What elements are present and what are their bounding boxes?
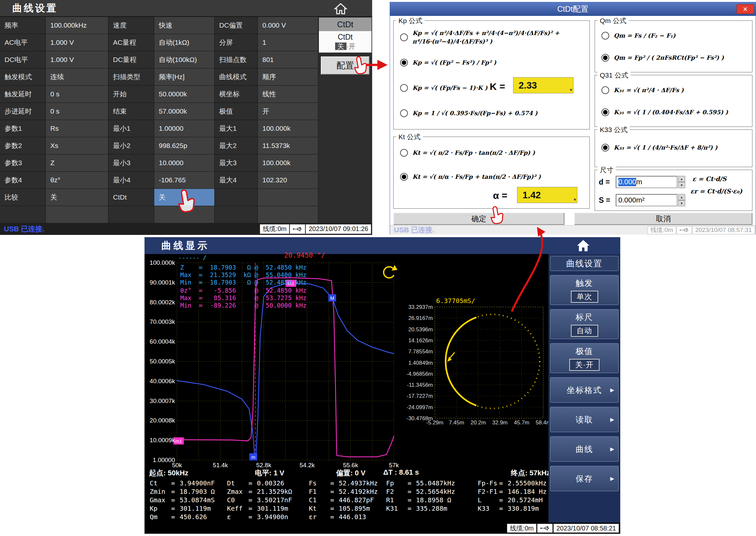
sidebar-button-curve[interactable]: 曲线► [550, 436, 619, 462]
settings-value[interactable]: 998.625p [154, 137, 214, 154]
timestamp: 2023/10/07 08:58:21 [553, 524, 619, 533]
spin-down-icon[interactable]: ▼ [678, 200, 685, 206]
settings-value[interactable]: 0 s [46, 86, 108, 103]
settings-value[interactable]: 1.00000 [154, 120, 214, 137]
settings-value[interactable]: θz° [46, 172, 108, 188]
settings-value[interactable]: 快速 [154, 17, 214, 34]
sidebar-button-extremum[interactable]: 极值关·开 [550, 343, 619, 373]
settings-value[interactable]: Rs [46, 120, 108, 137]
settings-value[interactable]: 频率[Hz] [154, 68, 214, 85]
formula-option: Qm = Fp² / ( 2πFsRCt(Fp² − Fs²) ) [597, 47, 750, 69]
settings-label: 最小1 [108, 120, 154, 137]
formula-text: Kp = √( π²/4·ΔF/Fs + π²/4·(4−π²)/4·(ΔF/F… [413, 29, 581, 46]
home-icon[interactable] [576, 239, 591, 252]
settings-value[interactable]: 自动(100kΩ) [154, 51, 214, 68]
measure-cell: F2=52.5654kHz [386, 487, 478, 496]
alpha-coefficient-label: α = [493, 190, 507, 201]
equals-sign: = [408, 496, 416, 504]
settings-value[interactable]: 11.5373k [258, 137, 318, 154]
settings-value[interactable]: -106.765 [154, 172, 214, 188]
k-coefficient-input[interactable]: 2.33 ▾ [513, 77, 573, 93]
spin-down-icon[interactable]: ▼ [678, 182, 685, 188]
settings-value[interactable]: 连续 [46, 68, 108, 85]
sidebar-button-save[interactable]: 保存► [550, 466, 619, 491]
measure-cell: εr=446.013 [309, 513, 386, 521]
dropdown-arrow-icon[interactable]: ▾ [570, 87, 572, 93]
spin-up-icon[interactable]: ▲ [678, 176, 685, 182]
settings-value[interactable]: 100.000kHz [46, 17, 108, 34]
sidebar-button-coord-format[interactable]: 坐标格式► [550, 377, 619, 403]
measure-value: 3.94900nF [180, 479, 215, 487]
settings-label: DC偏置 [215, 17, 258, 34]
settings-value[interactable]: 开 [258, 103, 318, 120]
settings-value[interactable]: 50.0000k [154, 86, 214, 103]
cancel-button[interactable]: 取消 [574, 213, 752, 225]
settings-value[interactable]: 0 s [46, 103, 108, 120]
group-kp-options: Kp = √( π²/4·ΔF/Fs + π²/4·(4−π²)/4·(ΔF/F… [396, 25, 588, 126]
settings-value[interactable]: Z [46, 154, 108, 171]
radio-qm-option-0[interactable] [601, 32, 609, 40]
settings-value[interactable]: 57.0000k [154, 103, 214, 120]
settings-value[interactable]: 关 [154, 189, 214, 206]
radio-q31-option-0[interactable] [601, 86, 609, 94]
measure-cell: Kt=105.895m [309, 504, 386, 513]
settings-value[interactable]: 自动(1kΩ) [154, 34, 214, 51]
alpha-coefficient-value: 1.42 [522, 190, 541, 201]
group-q31-options: K₃₁ = √( π²/4 · ΔF/Fs )K₃₁ = √( 1 / (0.4… [597, 79, 750, 123]
measure-key: F2 [386, 488, 408, 495]
spin-up-icon[interactable]: ▲ [678, 194, 685, 200]
s-input-field[interactable]: 0.000m² [616, 194, 677, 206]
radio-kp-option-0[interactable] [400, 33, 408, 41]
settings-value[interactable]: 801 [258, 51, 318, 68]
sidebar-button-trigger[interactable]: 触发单次 [550, 275, 619, 305]
alpha-coefficient-input[interactable]: 1.42 ▾ [517, 187, 577, 203]
settings-value[interactable]: 顺序 [258, 68, 318, 85]
ctdt-toggle-title: CtDt [338, 33, 353, 42]
d-input-field[interactable]: 0.000m [616, 176, 677, 188]
measure-value: 20.5724mH [508, 496, 543, 504]
settings-value[interactable]: 10.0000 [154, 154, 214, 171]
settings-value[interactable]: 1.000 V [46, 51, 108, 68]
sidebar-button-ruler[interactable]: 标尺自动 [550, 309, 619, 339]
s-spinner[interactable]: ▲▼ [678, 194, 685, 206]
d-spinner[interactable]: ▲▼ [678, 176, 685, 188]
ctdt-toggle-button[interactable]: CtDt 关·开 [319, 31, 372, 52]
settings-value[interactable]: 100.000k [258, 154, 318, 171]
sidebar-button-label: 曲线 [576, 444, 593, 454]
radio-kt-option-0[interactable] [400, 149, 408, 157]
equals-sign: = [330, 513, 339, 521]
settings-value[interactable]: 102.320 [258, 172, 318, 188]
radio-k33-option-0[interactable] [601, 144, 609, 151]
settings-value[interactable]: 线性 [258, 86, 318, 103]
settings-value[interactable]: 0.000 V [258, 17, 318, 34]
config-button[interactable]: 配置 [321, 56, 370, 75]
formula-option: K₃₃ = √( 1 / (4/π²·Fs/ΔF + 8/π²) ) [597, 134, 750, 162]
radio-kp-option-3[interactable] [400, 109, 408, 117]
radio-kp-option-2[interactable] [400, 84, 408, 92]
close-button[interactable]: ✕ [737, 4, 754, 14]
equals-sign: = [248, 488, 257, 495]
cable-length-badge: 线缆:0m [260, 224, 289, 234]
radio-kp-option-1[interactable] [400, 59, 408, 67]
settings-value[interactable]: 1 [258, 34, 318, 51]
measure-cell: Kp=301.119m [150, 504, 227, 513]
settings-value[interactable]: 关 [46, 189, 108, 206]
radio-qm-option-1[interactable] [601, 54, 609, 62]
measure-cell: Zmax=21.3529kΩ [227, 487, 309, 496]
equals-sign: = [330, 479, 339, 487]
sidebar-button-label: 坐标格式 [567, 385, 602, 395]
radio-kt-option-1[interactable] [400, 173, 408, 181]
ok-button[interactable]: 确定 [393, 213, 564, 225]
home-icon[interactable] [334, 3, 347, 15]
radio-q31-option-1[interactable] [601, 108, 609, 116]
dialog-titlebar: CtDt配置 ✕ [390, 2, 756, 16]
settings-label: 参数4 [0, 172, 46, 188]
timestamp: 2023/10/07 08:57:31 [692, 226, 755, 234]
settings-value[interactable]: 1.000 V [46, 34, 108, 51]
settings-value[interactable]: Xs [46, 137, 108, 154]
settings-value[interactable]: 100.000k [258, 120, 318, 137]
dropdown-arrow-icon[interactable]: ▾ [573, 197, 576, 202]
arrow-right-icon: ► [609, 386, 615, 394]
sidebar-button-curve-settings[interactable]: 曲线设置 [550, 256, 619, 271]
sidebar-button-read[interactable]: 读取► [550, 407, 619, 432]
